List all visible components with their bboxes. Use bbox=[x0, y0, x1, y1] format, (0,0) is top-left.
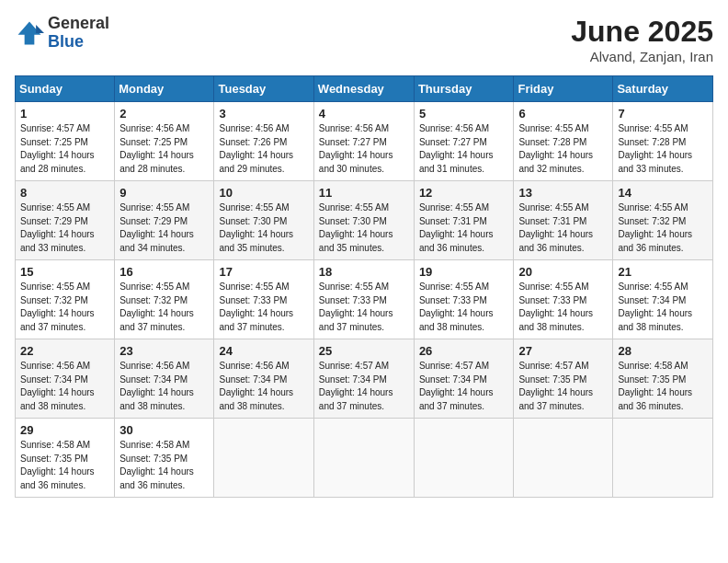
day-number: 21 bbox=[618, 265, 708, 279]
day-info: Sunrise: 4:56 AMSunset: 7:25 PMDaylight:… bbox=[119, 122, 209, 176]
calendar-cell: 11Sunrise: 4:55 AMSunset: 7:30 PMDayligh… bbox=[313, 181, 414, 260]
day-info: Sunrise: 4:55 AMSunset: 7:32 PMDaylight:… bbox=[618, 201, 708, 255]
month-title: June 2025 bbox=[571, 15, 713, 49]
day-number: 27 bbox=[518, 344, 608, 358]
day-number: 1 bbox=[20, 107, 109, 121]
day-number: 2 bbox=[119, 107, 209, 121]
day-number: 14 bbox=[618, 186, 708, 200]
day-info: Sunrise: 4:55 AMSunset: 7:34 PMDaylight:… bbox=[618, 281, 708, 334]
day-number: 29 bbox=[20, 423, 109, 437]
day-number: 7 bbox=[618, 107, 708, 121]
calendar-cell: 23Sunrise: 4:56 AMSunset: 7:34 PMDayligh… bbox=[115, 339, 214, 419]
day-number: 23 bbox=[119, 344, 209, 358]
logo-icon bbox=[15, 18, 44, 48]
day-info: Sunrise: 4:55 AMSunset: 7:30 PMDaylight:… bbox=[319, 201, 409, 255]
day-number: 4 bbox=[319, 107, 409, 121]
calendar-cell: 3Sunrise: 4:56 AMSunset: 7:26 PMDaylight… bbox=[214, 102, 313, 181]
day-info: Sunrise: 4:56 AMSunset: 7:34 PMDaylight:… bbox=[219, 360, 308, 413]
day-number: 30 bbox=[119, 423, 209, 437]
calendar-cell: 20Sunrise: 4:55 AMSunset: 7:33 PMDayligh… bbox=[514, 260, 613, 339]
col-header-friday: Friday bbox=[514, 76, 613, 102]
day-number: 6 bbox=[518, 107, 608, 121]
day-number: 10 bbox=[219, 186, 308, 200]
day-info: Sunrise: 4:55 AMSunset: 7:33 PMDaylight:… bbox=[419, 281, 509, 334]
day-info: Sunrise: 4:58 AMSunset: 7:35 PMDaylight:… bbox=[119, 439, 209, 492]
day-info: Sunrise: 4:55 AMSunset: 7:28 PMDaylight:… bbox=[618, 122, 708, 176]
calendar-cell: 8Sunrise: 4:55 AMSunset: 7:29 PMDaylight… bbox=[16, 181, 115, 260]
col-header-thursday: Thursday bbox=[414, 76, 514, 102]
day-info: Sunrise: 4:57 AMSunset: 7:34 PMDaylight:… bbox=[419, 360, 509, 413]
col-header-wednesday: Wednesday bbox=[313, 76, 414, 102]
calendar-cell: 29Sunrise: 4:58 AMSunset: 7:35 PMDayligh… bbox=[16, 419, 115, 498]
calendar-cell bbox=[414, 419, 514, 498]
day-number: 9 bbox=[119, 186, 209, 200]
calendar-cell: 14Sunrise: 4:55 AMSunset: 7:32 PMDayligh… bbox=[613, 181, 713, 260]
calendar-week-row: 29Sunrise: 4:58 AMSunset: 7:35 PMDayligh… bbox=[16, 419, 713, 498]
calendar-cell: 1Sunrise: 4:57 AMSunset: 7:25 PMDaylight… bbox=[16, 102, 115, 181]
logo-blue-text: Blue bbox=[48, 32, 84, 51]
calendar-cell: 9Sunrise: 4:55 AMSunset: 7:29 PMDaylight… bbox=[115, 181, 214, 260]
calendar-cell: 15Sunrise: 4:55 AMSunset: 7:32 PMDayligh… bbox=[16, 260, 115, 339]
calendar-cell: 22Sunrise: 4:56 AMSunset: 7:34 PMDayligh… bbox=[16, 339, 115, 419]
day-info: Sunrise: 4:58 AMSunset: 7:35 PMDaylight:… bbox=[20, 439, 109, 492]
calendar-cell bbox=[313, 419, 414, 498]
calendar-cell: 4Sunrise: 4:56 AMSunset: 7:27 PMDaylight… bbox=[313, 102, 414, 181]
day-info: Sunrise: 4:57 AMSunset: 7:34 PMDaylight:… bbox=[319, 360, 409, 413]
calendar-cell: 28Sunrise: 4:58 AMSunset: 7:35 PMDayligh… bbox=[613, 339, 713, 419]
title-block: June 2025 Alvand, Zanjan, Iran bbox=[571, 15, 713, 64]
calendar-cell: 7Sunrise: 4:55 AMSunset: 7:28 PMDaylight… bbox=[613, 102, 713, 181]
day-number: 16 bbox=[119, 265, 209, 279]
day-info: Sunrise: 4:55 AMSunset: 7:32 PMDaylight:… bbox=[119, 281, 209, 334]
day-info: Sunrise: 4:55 AMSunset: 7:33 PMDaylight:… bbox=[518, 281, 608, 334]
day-number: 18 bbox=[319, 265, 409, 279]
day-info: Sunrise: 4:56 AMSunset: 7:34 PMDaylight:… bbox=[119, 360, 209, 413]
calendar-week-row: 22Sunrise: 4:56 AMSunset: 7:34 PMDayligh… bbox=[16, 339, 713, 419]
day-number: 8 bbox=[20, 186, 109, 200]
day-info: Sunrise: 4:55 AMSunset: 7:31 PMDaylight:… bbox=[419, 201, 509, 255]
day-number: 20 bbox=[518, 265, 608, 279]
col-header-saturday: Saturday bbox=[613, 76, 713, 102]
location-subtitle: Alvand, Zanjan, Iran bbox=[571, 49, 713, 64]
day-number: 11 bbox=[319, 186, 409, 200]
calendar-cell bbox=[613, 419, 713, 498]
calendar-cell: 6Sunrise: 4:55 AMSunset: 7:28 PMDaylight… bbox=[514, 102, 613, 181]
day-info: Sunrise: 4:55 AMSunset: 7:30 PMDaylight:… bbox=[219, 201, 308, 255]
day-number: 24 bbox=[219, 344, 308, 358]
calendar-cell: 2Sunrise: 4:56 AMSunset: 7:25 PMDaylight… bbox=[115, 102, 214, 181]
day-info: Sunrise: 4:55 AMSunset: 7:33 PMDaylight:… bbox=[219, 281, 308, 334]
calendar-cell: 17Sunrise: 4:55 AMSunset: 7:33 PMDayligh… bbox=[214, 260, 313, 339]
calendar-cell: 16Sunrise: 4:55 AMSunset: 7:32 PMDayligh… bbox=[115, 260, 214, 339]
day-info: Sunrise: 4:56 AMSunset: 7:27 PMDaylight:… bbox=[319, 122, 409, 176]
calendar-cell: 30Sunrise: 4:58 AMSunset: 7:35 PMDayligh… bbox=[115, 419, 214, 498]
day-info: Sunrise: 4:56 AMSunset: 7:34 PMDaylight:… bbox=[20, 360, 109, 413]
calendar-cell: 18Sunrise: 4:55 AMSunset: 7:33 PMDayligh… bbox=[313, 260, 414, 339]
day-number: 3 bbox=[219, 107, 308, 121]
day-number: 17 bbox=[219, 265, 308, 279]
calendar-week-row: 1Sunrise: 4:57 AMSunset: 7:25 PMDaylight… bbox=[16, 102, 713, 181]
calendar-cell: 27Sunrise: 4:57 AMSunset: 7:35 PMDayligh… bbox=[514, 339, 613, 419]
calendar-cell: 21Sunrise: 4:55 AMSunset: 7:34 PMDayligh… bbox=[613, 260, 713, 339]
day-info: Sunrise: 4:57 AMSunset: 7:35 PMDaylight:… bbox=[518, 360, 608, 413]
day-info: Sunrise: 4:56 AMSunset: 7:26 PMDaylight:… bbox=[219, 122, 308, 176]
calendar-cell: 24Sunrise: 4:56 AMSunset: 7:34 PMDayligh… bbox=[214, 339, 313, 419]
calendar-cell: 10Sunrise: 4:55 AMSunset: 7:30 PMDayligh… bbox=[214, 181, 313, 260]
day-number: 15 bbox=[20, 265, 109, 279]
day-number: 22 bbox=[20, 344, 109, 358]
day-info: Sunrise: 4:58 AMSunset: 7:35 PMDaylight:… bbox=[618, 360, 708, 413]
page-header: General Blue June 2025 Alvand, Zanjan, I… bbox=[15, 15, 713, 64]
day-info: Sunrise: 4:56 AMSunset: 7:27 PMDaylight:… bbox=[419, 122, 509, 176]
calendar-cell: 12Sunrise: 4:55 AMSunset: 7:31 PMDayligh… bbox=[414, 181, 514, 260]
logo-general-text: General bbox=[48, 14, 109, 32]
col-header-monday: Monday bbox=[115, 76, 214, 102]
day-number: 13 bbox=[518, 186, 608, 200]
day-number: 5 bbox=[419, 107, 509, 121]
calendar-header-row: SundayMondayTuesdayWednesdayThursdayFrid… bbox=[16, 76, 713, 102]
day-number: 19 bbox=[419, 265, 509, 279]
svg-marker-1 bbox=[36, 25, 44, 33]
col-header-tuesday: Tuesday bbox=[214, 76, 313, 102]
day-number: 25 bbox=[319, 344, 409, 358]
day-info: Sunrise: 4:55 AMSunset: 7:29 PMDaylight:… bbox=[20, 201, 109, 255]
day-info: Sunrise: 4:55 AMSunset: 7:28 PMDaylight:… bbox=[518, 122, 608, 176]
calendar-week-row: 8Sunrise: 4:55 AMSunset: 7:29 PMDaylight… bbox=[16, 181, 713, 260]
calendar-cell: 19Sunrise: 4:55 AMSunset: 7:33 PMDayligh… bbox=[414, 260, 514, 339]
